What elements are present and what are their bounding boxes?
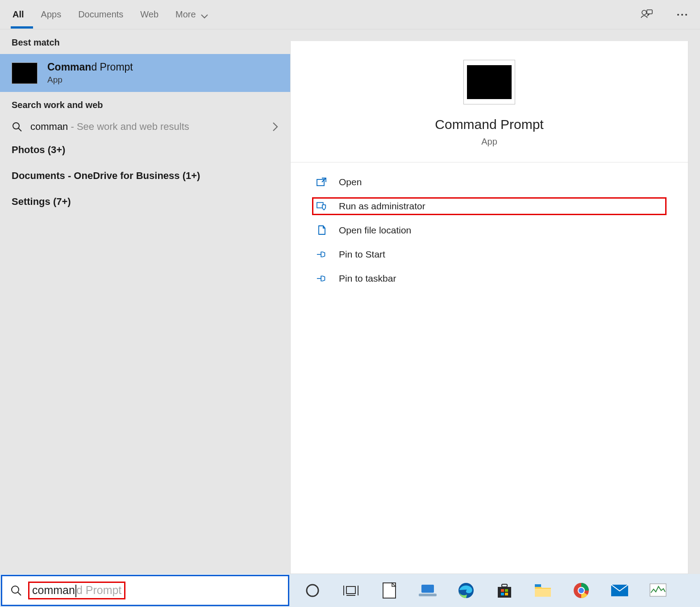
notepad-icon[interactable] — [379, 581, 399, 600]
feedback-icon[interactable] — [640, 8, 653, 21]
search-filter-tabs: All Apps Documents Web More — [0, 0, 700, 29]
action-open[interactable]: Open — [312, 173, 667, 191]
chrome-icon[interactable] — [571, 581, 591, 600]
search-web-hint: - See work and web results — [68, 121, 189, 132]
more-options-icon[interactable] — [676, 8, 688, 21]
action-open-file-location[interactable]: Open file location — [312, 221, 667, 239]
search-work-web-label: Search work and web — [0, 92, 290, 116]
svg-rect-12 — [346, 586, 355, 594]
svg-point-30 — [579, 588, 584, 593]
search-web-item[interactable]: comman - See work and web results — [0, 116, 290, 137]
svg-line-10 — [18, 592, 21, 595]
performance-monitor-icon[interactable] — [648, 581, 668, 600]
preview-actions: Open Run as administrator Open file loca… — [291, 162, 688, 298]
svg-rect-22 — [501, 589, 504, 592]
location-folder-icon — [317, 225, 327, 236]
svg-point-2 — [677, 14, 679, 16]
file-explorer-icon[interactable] — [533, 581, 553, 600]
preview-title: Command Prompt — [435, 117, 543, 132]
search-icon — [10, 585, 22, 596]
preview-card: Command Prompt App Open Run as administr… — [290, 41, 688, 574]
command-prompt-large-icon — [463, 60, 515, 104]
svg-rect-1 — [647, 10, 652, 14]
svg-rect-17 — [421, 585, 434, 593]
results-left-pane: Best match Command Prompt App Search wor… — [0, 29, 290, 574]
mail-icon[interactable] — [610, 581, 629, 600]
taskbar-apps — [290, 581, 668, 600]
chevron-right-icon — [272, 122, 279, 132]
category-settings[interactable]: Settings (7+) — [0, 189, 290, 215]
best-match-title: Command Prompt — [47, 61, 133, 73]
svg-rect-20 — [498, 587, 511, 598]
tab-all[interactable]: All — [12, 1, 25, 28]
action-pin-to-taskbar[interactable]: Pin to taskbar — [312, 270, 667, 287]
search-icon — [12, 121, 22, 132]
best-match-item[interactable]: Command Prompt App — [0, 54, 290, 92]
open-icon — [317, 177, 327, 187]
admin-shield-icon — [317, 201, 327, 212]
svg-rect-25 — [505, 593, 508, 595]
preview-right-pane: Command Prompt App Open Run as administr… — [290, 29, 700, 574]
search-input[interactable]: command Prompt — [28, 582, 125, 599]
svg-line-6 — [18, 128, 21, 131]
action-run-as-administrator[interactable]: Run as administrator — [312, 197, 667, 215]
taskbar: command Prompt — [0, 574, 700, 607]
best-match-subtitle: App — [47, 75, 133, 85]
svg-rect-26 — [535, 584, 541, 587]
tab-web[interactable]: Web — [139, 1, 159, 28]
edge-icon[interactable] — [456, 581, 476, 600]
command-prompt-icon — [12, 62, 38, 84]
laptop-icon[interactable] — [418, 581, 438, 600]
taskbar-search-box[interactable]: command Prompt — [1, 575, 289, 606]
chevron-down-icon — [201, 14, 208, 19]
svg-point-5 — [13, 123, 19, 129]
category-photos[interactable]: Photos (3+) — [0, 137, 290, 163]
tab-documents[interactable]: Documents — [77, 1, 124, 28]
search-results-main: Best match Command Prompt App Search wor… — [0, 29, 700, 574]
category-documents-onedrive[interactable]: Documents - OneDrive for Business (1+) — [0, 163, 290, 189]
svg-rect-27 — [535, 589, 551, 597]
svg-point-4 — [685, 14, 687, 16]
search-web-query: comman — [30, 121, 68, 132]
best-match-label: Best match — [0, 29, 290, 54]
svg-rect-21 — [502, 584, 507, 587]
task-view-icon[interactable] — [341, 581, 361, 600]
preview-subtitle: App — [481, 137, 497, 147]
pin-icon — [317, 273, 327, 284]
cortana-icon[interactable] — [303, 581, 322, 600]
pin-icon — [317, 249, 327, 260]
svg-point-0 — [642, 10, 646, 15]
svg-point-9 — [12, 586, 19, 593]
action-pin-to-start[interactable]: Pin to Start — [312, 245, 667, 263]
svg-rect-24 — [501, 593, 504, 595]
svg-rect-7 — [317, 179, 324, 186]
svg-point-11 — [307, 585, 318, 596]
microsoft-store-icon[interactable] — [495, 581, 514, 600]
svg-rect-18 — [419, 594, 437, 596]
svg-rect-23 — [505, 589, 508, 592]
tab-apps[interactable]: Apps — [40, 1, 62, 28]
svg-point-3 — [681, 14, 683, 16]
tab-more[interactable]: More — [175, 1, 209, 28]
